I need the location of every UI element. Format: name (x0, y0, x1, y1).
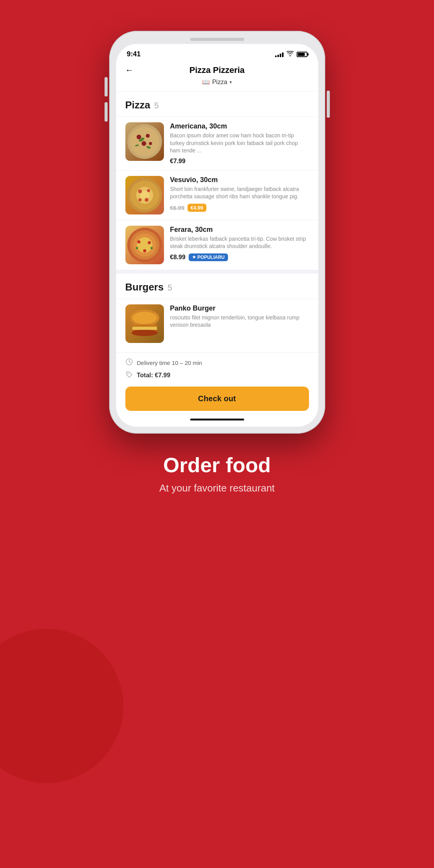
svg-point-23 (143, 249, 146, 252)
total-info: Total: €7.99 (125, 371, 309, 380)
status-bar: 9:41 (116, 44, 318, 61)
pizza-section-header: Pizza 5 (116, 99, 318, 117)
power-button (327, 91, 330, 118)
americana-price: €7.99 (170, 158, 186, 165)
pizza-section: Pizza 5 (116, 91, 318, 270)
americana-name: Americana, 30cm (170, 122, 309, 130)
burgers-section-header: Burgers 5 (116, 281, 318, 299)
phone-shell: 9:41 (109, 31, 325, 434)
svg-point-35 (127, 373, 128, 374)
menu-item-americana[interactable]: Americana, 30cm Bacon ipsum dolor amet c… (116, 117, 318, 170)
volume-up-button (105, 77, 108, 96)
checkout-button[interactable]: Check out (125, 387, 309, 411)
total-text: Total: €7.99 (137, 372, 171, 379)
vesuvio-price-row: €6.99 €4.99 (170, 204, 309, 212)
promo-section: Order food At your favorite restaurant (159, 453, 275, 494)
americana-price-row: €7.99 (170, 158, 309, 165)
volume-down-button (105, 102, 108, 122)
americana-image (125, 122, 164, 161)
svg-point-16 (138, 198, 142, 201)
panko-name: Panko Burger (170, 304, 309, 312)
menu-book-icon: 📖 (202, 78, 210, 86)
panko-details: Panko Burger rosciutto filet mignon tend… (170, 304, 309, 332)
ferara-image (125, 226, 164, 264)
phone-mockup: 9:41 (109, 31, 325, 434)
panko-description: rosciutto filet mignon tenderloin, tongu… (170, 314, 309, 329)
americana-details: Americana, 30cm Bacon ipsum dolor amet c… (170, 122, 309, 165)
phone-screen: 9:41 (116, 44, 318, 427)
menu-content: Pizza 5 (116, 91, 318, 352)
svg-point-25 (150, 247, 153, 249)
ferara-name: Ferara, 30cm (170, 226, 309, 234)
ferara-description: Brisket leberkas fatback pancetta tri-ti… (170, 235, 309, 250)
panko-image (125, 304, 164, 343)
status-icons (275, 51, 307, 57)
svg-point-5 (149, 142, 152, 145)
signal-icon (275, 52, 284, 57)
ferara-details: Ferara, 30cm Brisket leberkas fatback pa… (170, 226, 309, 261)
vesuvio-image (125, 176, 164, 214)
promo-title: Order food (159, 453, 275, 477)
svg-point-24 (136, 247, 138, 249)
svg-point-14 (147, 189, 150, 192)
svg-point-3 (146, 134, 150, 138)
back-button[interactable]: ← (125, 65, 134, 75)
burgers-section: Burgers 5 (116, 274, 318, 352)
popular-badge-label: POPULIARU (198, 255, 225, 260)
price-tag-icon (125, 371, 133, 380)
bottom-bar: Delivery time 10 – 20 min Total: €7.99 C… (116, 352, 318, 415)
ferara-price-row: €8.99 ★ POPULIARU (170, 253, 309, 261)
pizza-section-title: Pizza (125, 99, 150, 111)
vesuvio-price-original: €6.99 (170, 204, 185, 211)
menu-item-vesuvio[interactable]: Vesuvio, 30cm Short loin frankfurter swi… (116, 170, 318, 220)
home-bar (190, 419, 244, 420)
restaurant-name: Pizza Pizzeria (189, 65, 245, 75)
background-decoration (0, 629, 123, 783)
ferara-popular-badge: ★ POPULIARU (189, 253, 228, 261)
promo-subtitle: At your favorite restaurant (159, 482, 275, 494)
svg-point-31 (132, 330, 158, 336)
notch-bar (190, 38, 244, 41)
americana-description: Bacon ipsum dolor amet cow ham hock baco… (170, 132, 309, 155)
category-label: Pizza (212, 79, 227, 86)
app-header: ← Pizza Pizzeria 📖 Pizza ▾ (116, 61, 318, 91)
phone-notch (116, 38, 318, 41)
pizza-section-count: 5 (154, 101, 159, 111)
home-indicator (116, 415, 318, 427)
clock-icon (125, 358, 133, 368)
dropdown-arrow-icon: ▾ (230, 79, 232, 85)
svg-line-34 (129, 362, 131, 363)
vesuvio-description: Short loin frankfurter swine, landjaeger… (170, 186, 309, 201)
svg-point-21 (137, 240, 140, 243)
menu-item-ferara[interactable]: Ferara, 30cm Brisket leberkas fatback pa… (116, 220, 318, 270)
battery-icon (297, 52, 307, 57)
burgers-section-count: 5 (167, 283, 172, 293)
wifi-icon (287, 51, 294, 57)
battery-fill (298, 53, 305, 56)
vesuvio-name: Vesuvio, 30cm (170, 176, 309, 184)
svg-point-13 (138, 189, 142, 193)
delivery-text: Delivery time 10 – 20 min (137, 360, 202, 366)
vesuvio-details: Vesuvio, 30cm Short loin frankfurter swi… (170, 176, 309, 212)
category-selector[interactable]: 📖 Pizza ▾ (202, 78, 232, 86)
status-time: 9:41 (127, 50, 141, 58)
svg-point-27 (132, 312, 157, 324)
delivery-info: Delivery time 10 – 20 min (125, 358, 309, 368)
header-title-row: ← Pizza Pizzeria (125, 65, 309, 75)
menu-item-panko[interactable]: Panko Burger rosciutto filet mignon tend… (116, 299, 318, 348)
burgers-section-title: Burgers (125, 281, 164, 293)
ferara-price: €8.99 (170, 254, 186, 261)
svg-point-4 (142, 141, 146, 146)
star-icon: ★ (192, 255, 196, 260)
svg-point-22 (148, 241, 151, 244)
svg-point-15 (145, 198, 149, 202)
vesuvio-sale-badge: €4.99 (187, 204, 206, 212)
